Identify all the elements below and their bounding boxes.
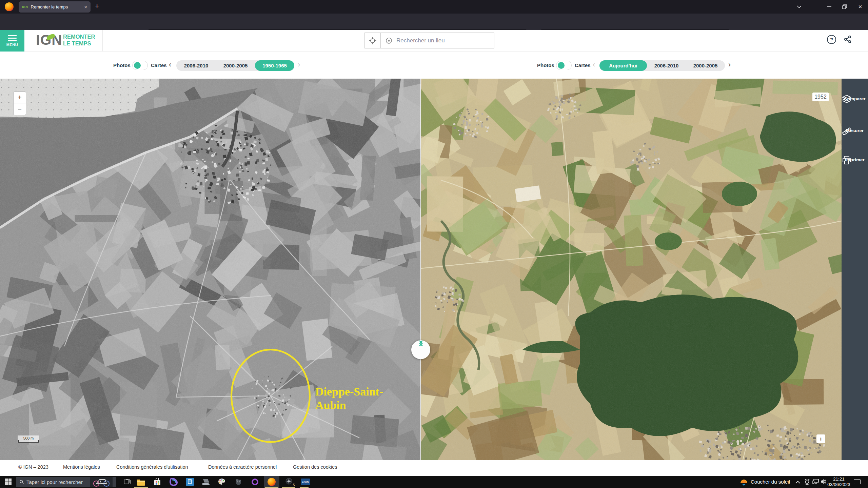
tab-list-chevron-icon[interactable] bbox=[791, 0, 807, 14]
firefox-icon[interactable] bbox=[5, 2, 14, 11]
pinned-firefox-icon-active[interactable] bbox=[264, 476, 279, 488]
search-icon bbox=[20, 479, 24, 485]
tray-expand-chevron-icon[interactable] bbox=[795, 479, 800, 485]
annotation-label: Dieppe-Saint- Aubin bbox=[315, 385, 424, 412]
pinned-store-icon[interactable] bbox=[150, 476, 165, 488]
windows-taskbar: 5 DCS Coucher du soleil 21:21 03/06/2023 bbox=[0, 476, 868, 488]
share-icon[interactable] bbox=[844, 35, 852, 45]
pinned-laptop-app-icon[interactable] bbox=[198, 476, 214, 488]
help-button[interactable]: ? bbox=[827, 35, 836, 44]
menu-label: MENU bbox=[0, 43, 24, 47]
place-search-input[interactable] bbox=[396, 37, 494, 44]
pinned-dark-app-icon[interactable] bbox=[231, 476, 246, 488]
tool-mesurer[interactable]: Mesurer bbox=[842, 126, 868, 133]
right-period-2006-2010[interactable]: 2006-2010 bbox=[647, 60, 686, 71]
site-brand[interactable]: REMONTER LE TEMPS bbox=[63, 33, 95, 47]
left-period-2000-2005[interactable]: 2000-2005 bbox=[216, 60, 255, 71]
printer-icon bbox=[842, 155, 852, 165]
tool-comparer[interactable]: Comparer bbox=[842, 94, 868, 101]
header-divider bbox=[102, 30, 103, 52]
right-photos-cartes-toggle[interactable] bbox=[556, 61, 572, 70]
right-period-aujourdhui-selected[interactable]: Aujourd'hui bbox=[599, 60, 647, 71]
close-tab-icon[interactable]: × bbox=[84, 4, 87, 10]
left-cartes-label: Cartes bbox=[151, 62, 167, 68]
copyright-label: © IGN – 2023 bbox=[18, 464, 48, 470]
right-cartes-label: Cartes bbox=[575, 62, 591, 68]
annotation-ellipse bbox=[231, 349, 311, 443]
map-compare-area: + − 500 m Dieppe-Saint- Aubin 1952 i Com… bbox=[0, 79, 868, 460]
compare-slider-handle[interactable] bbox=[411, 340, 430, 359]
left-period-1950-1965-selected[interactable]: 1950-1965 bbox=[255, 60, 294, 71]
footer-link-mentions[interactable]: Mentions légales bbox=[63, 464, 100, 470]
task-view-button[interactable] bbox=[119, 476, 135, 488]
left-prev-period-chevron[interactable]: ‹ bbox=[169, 60, 171, 69]
taskbar-search-input[interactable] bbox=[26, 479, 87, 485]
volume-icon[interactable] bbox=[821, 479, 827, 486]
pin-icon bbox=[386, 37, 392, 44]
notification-center-icon[interactable] bbox=[854, 479, 861, 484]
clock-time: 21:21 bbox=[827, 476, 851, 482]
hamburger-icon bbox=[0, 30, 24, 41]
start-button[interactable] bbox=[5, 479, 12, 485]
right-period-selector: Aujourd'hui 2006-2010 2000-2005 bbox=[599, 60, 725, 71]
sunset-icon bbox=[740, 479, 748, 487]
map-zoom-control: + − bbox=[13, 92, 26, 115]
browser-tab[interactable]: IGN Remonter le temps × bbox=[19, 1, 91, 13]
bicycle-image bbox=[90, 477, 113, 487]
geolocate-icon bbox=[369, 37, 376, 44]
browser-titlebar: IGN Remonter le temps × + × bbox=[0, 0, 868, 14]
new-tab-button[interactable]: + bbox=[95, 2, 99, 10]
map-scale-bar: 500 m bbox=[18, 435, 39, 443]
left-period-selector: 2006-2010 2000-2005 1950-1965 bbox=[176, 60, 294, 71]
zoom-in-button[interactable]: + bbox=[14, 92, 26, 103]
window-close-button[interactable]: × bbox=[852, 0, 868, 14]
layers-icon bbox=[842, 94, 852, 104]
tab-favicon: IGN bbox=[22, 5, 28, 9]
ruler-icon bbox=[842, 126, 852, 136]
left-period-2006-2010[interactable]: 2006-2010 bbox=[176, 60, 216, 71]
footer-link-conditions[interactable]: Conditions générales d'utilisation bbox=[116, 464, 188, 470]
weather-label[interactable]: Coucher du soleil bbox=[751, 479, 790, 485]
taskbar-clock[interactable]: 21:21 03/06/2023 bbox=[827, 476, 851, 487]
footer-link-donnees[interactable]: Données à caractère personnel bbox=[208, 464, 277, 470]
right-period-2000-2005[interactable]: 2000-2005 bbox=[686, 60, 725, 71]
geolocate-button[interactable] bbox=[365, 33, 381, 48]
pinned-blue-app-icon[interactable] bbox=[182, 476, 198, 488]
right-photos-label: Photos bbox=[537, 62, 554, 68]
left-photos-label: Photos bbox=[113, 62, 131, 68]
ign-logo[interactable]: IGN bbox=[36, 32, 62, 48]
menu-button[interactable]: MENU bbox=[0, 30, 24, 52]
pinned-design-app-icon[interactable] bbox=[166, 476, 181, 488]
site-footer: © IGN – 2023 Mentions légales Conditions… bbox=[0, 460, 868, 476]
compare-slider-line bbox=[420, 79, 421, 460]
left-next-period-chevron[interactable]: › bbox=[298, 60, 300, 69]
modern-aerial-map[interactable] bbox=[421, 79, 842, 460]
tool-imprimer[interactable]: Imprimer bbox=[842, 155, 868, 162]
pinned-paint-app-icon[interactable] bbox=[214, 476, 230, 488]
film-grain bbox=[421, 79, 842, 460]
right-prev-period-chevron[interactable]: ‹ bbox=[593, 60, 595, 69]
zoom-out-button[interactable]: − bbox=[14, 103, 26, 115]
place-search-box[interactable] bbox=[364, 33, 494, 48]
pinned-ring-app-icon[interactable] bbox=[247, 476, 263, 488]
photo-year-badge: 1952 bbox=[812, 93, 829, 101]
left-photos-cartes-toggle[interactable] bbox=[132, 61, 148, 70]
pinned-dcs-icon[interactable]: DCS bbox=[298, 476, 313, 488]
network-icon[interactable] bbox=[812, 479, 819, 486]
tools-sidebar: Comparer Mesurer Imprimer bbox=[842, 79, 868, 460]
tab-title: Remonter le temps bbox=[31, 4, 82, 9]
right-next-period-chevron[interactable]: › bbox=[728, 60, 731, 69]
chevron-right-icon bbox=[419, 340, 423, 346]
browser-navbar: ← → ⟳ ☆ ☆ F ✓ bbox=[0, 14, 868, 30]
window-restore-button[interactable] bbox=[837, 0, 852, 14]
footer-link-cookies[interactable]: Gestion des cookies bbox=[293, 464, 337, 470]
pinned-il2-icon[interactable]: 5 bbox=[281, 476, 297, 488]
tray-app-icon[interactable] bbox=[804, 479, 810, 486]
clock-date: 03/06/2023 bbox=[827, 482, 851, 487]
site-header: MENU IGN REMONTER LE TEMPS ? bbox=[0, 30, 868, 52]
window-minimize-button[interactable] bbox=[821, 0, 837, 14]
pinned-file-explorer-icon[interactable] bbox=[133, 476, 149, 488]
info-button[interactable]: i bbox=[816, 434, 825, 443]
period-controls-strip: Photos Cartes ‹ 2006-2010 2000-2005 1950… bbox=[0, 52, 868, 79]
taskbar-search[interactable] bbox=[16, 477, 116, 487]
